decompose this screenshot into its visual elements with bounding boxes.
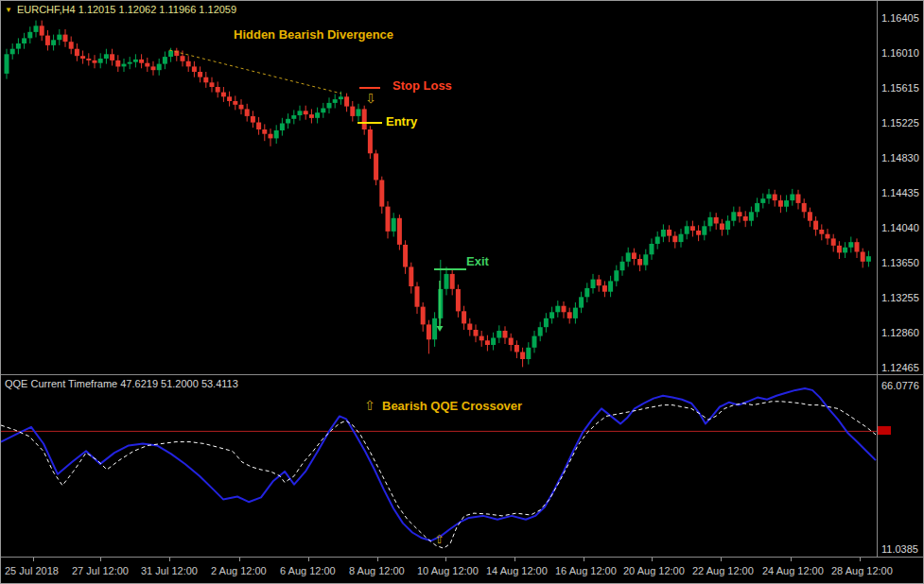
time-axis[interactable]: 25 Jul 201827 Jul 12:0031 Jul 12:002 Aug… — [1, 558, 924, 584]
divergence-label[interactable]: Hidden Bearish Divergence — [234, 27, 393, 42]
time-axis-label: 28 Aug 12:00 — [831, 565, 893, 576]
price-axis-label: 1.13255 — [881, 292, 919, 303]
time-axis-label: 20 Aug 12:00 — [623, 565, 685, 576]
qqe-crossover-label[interactable]: Bearish QQE Crossover — [382, 399, 522, 413]
time-axis-tick — [445, 558, 446, 561]
qqe-low-arrow-icon[interactable]: ⇧ — [434, 532, 445, 546]
indicator-title: QQE Current Timeframe 47.6219 51.2000 53… — [5, 378, 238, 389]
time-axis-label: 6 Aug 12:00 — [280, 565, 336, 576]
time-axis-label: 8 Aug 12:00 — [349, 565, 405, 576]
symbol-marker-icon: ▼ — [5, 5, 12, 15]
time-axis-tick — [169, 558, 170, 561]
time-axis-label: 14 Aug 12:00 — [486, 565, 548, 576]
time-axis-label: 31 Jul 12:00 — [141, 565, 198, 576]
time-axis-tick — [308, 558, 309, 561]
price-axis-label: 1.15225 — [881, 117, 919, 129]
qqe-signal-line[interactable] — [1, 402, 876, 548]
time-axis-label: 27 Jul 12:00 — [72, 565, 129, 576]
time-axis-tick — [100, 558, 101, 561]
time-axis-tick — [239, 558, 240, 561]
entry-label[interactable]: Entry — [386, 114, 417, 129]
time-axis-label: 2 Aug 12:00 — [211, 565, 267, 576]
entry-arrow-icon[interactable]: ⇩ — [365, 91, 376, 106]
crossover-arrow-icon[interactable]: ⇧ — [364, 398, 375, 413]
level-50-marker — [878, 426, 891, 435]
time-axis-label: 10 Aug 12:00 — [417, 565, 479, 576]
stop-loss-label[interactable]: Stop Loss — [392, 78, 452, 93]
price-axis[interactable]: 1.164051.160101.156151.152251.148301.144… — [877, 1, 924, 557]
time-axis-tick — [652, 558, 653, 561]
price-axis-label: 1.14435 — [881, 187, 919, 198]
price-axis-label: 1.14040 — [881, 222, 919, 233]
axis-separator — [877, 1, 878, 557]
chart-window: ▼ EURCHF,H4 1.12015 1.12062 1.11966 1.12… — [0, 0, 924, 584]
candles-layer — [5, 21, 871, 368]
price-axis-label: 1.16405 — [881, 12, 919, 24]
price-axis-label: 1.14830 — [881, 152, 919, 163]
time-axis-tick — [584, 558, 584, 561]
time-axis-tick — [721, 558, 722, 561]
time-axis-tick — [791, 558, 792, 561]
price-chart-canvas[interactable] — [1, 1, 877, 373]
time-axis-tick — [514, 558, 515, 561]
price-axis-label: 1.16010 — [881, 47, 919, 59]
exit-arrowhead-icon — [437, 326, 444, 332]
chart-title-text: EURCHF,H4 1.12015 1.12062 1.11966 1.1205… — [17, 4, 236, 15]
time-axis-tick — [377, 558, 378, 561]
indicator-max-label: 66.0776 — [881, 380, 919, 391]
indicator-min-label: 11.0385 — [881, 543, 918, 555]
time-axis-tick — [860, 558, 861, 561]
price-axis-label: 1.12465 — [881, 362, 919, 373]
time-axis-tick — [33, 558, 34, 561]
chart-title: ▼ EURCHF,H4 1.12015 1.12062 1.11966 1.12… — [5, 4, 236, 15]
time-axis-label: 16 Aug 12:00 — [555, 565, 617, 576]
price-axis-label: 1.13650 — [881, 257, 919, 268]
price-axis-label: 1.12860 — [881, 327, 919, 338]
time-axis-label: 22 Aug 12:00 — [692, 565, 754, 576]
price-axis-label: 1.15615 — [881, 82, 919, 94]
exit-label[interactable]: Exit — [466, 254, 489, 268]
time-axis-label: 25 Jul 2018 — [5, 565, 59, 576]
time-axis-label: 24 Aug 12:00 — [762, 565, 824, 576]
